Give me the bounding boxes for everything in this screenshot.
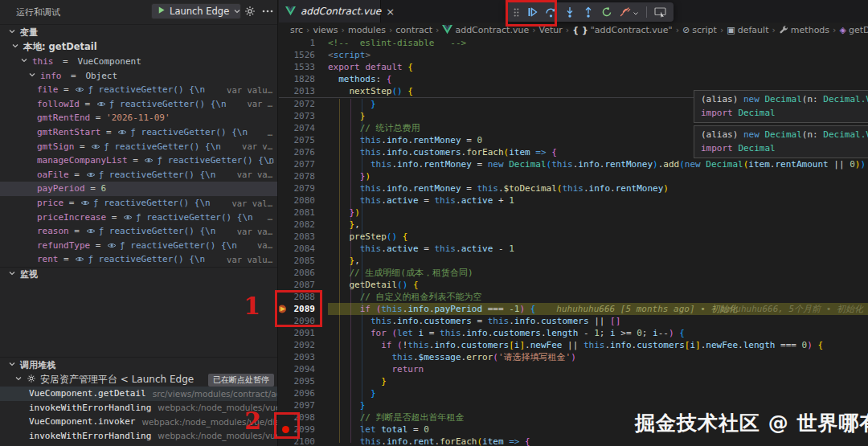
code-line[interactable]: 2089 if (this.info.payPeriod === -1) {hu… (279, 303, 868, 315)
code-line[interactable]: 1<!-- eslint-disable --> (279, 37, 868, 49)
code-line[interactable]: 2084 this.active = this.active - 1 (279, 243, 868, 255)
gutter[interactable]: 2085 (279, 255, 328, 267)
code-line[interactable]: 2094 return (279, 363, 868, 375)
variable-row[interactable]: gmtRentEnd = '2026-11-09' (0, 111, 277, 125)
launch-config-picker[interactable]: Launch Edge (151, 3, 241, 19)
step-out-button[interactable] (583, 6, 594, 18)
watch-section-header[interactable]: 监视 (0, 267, 277, 282)
gutter[interactable]: 2076 (279, 146, 328, 158)
variable-row[interactable]: priceIncrease = ƒ reactiveGetter() {\n… (0, 210, 277, 224)
gutter[interactable]: 2092 (279, 339, 328, 351)
variable-row[interactable]: oaFile = ƒ reactiveGetter() {\nvar va… (0, 168, 277, 182)
code-text[interactable]: // 生成明细(成本，租赁合同) (328, 267, 868, 279)
eye-icon[interactable] (123, 214, 133, 221)
gutter[interactable]: 2083 (279, 231, 328, 243)
code-text[interactable]: methods: { (328, 73, 868, 85)
tab-addcontract[interactable]: addContract.vue × (279, 0, 381, 23)
code-line[interactable]: 2080 this.active = this.active + 1 (279, 194, 868, 207)
code-text[interactable]: }) (328, 207, 868, 219)
eye-icon[interactable] (86, 227, 96, 235)
breadcrumb-item[interactable]: methods (779, 25, 829, 35)
disconnect-button[interactable] (620, 5, 639, 20)
code-text[interactable]: this.active = this.active + 1 (328, 194, 868, 207)
code-text[interactable]: this.info.rentMoney = new Decimal(this.i… (328, 158, 868, 170)
code-line[interactable]: 2083 preStep() { (279, 231, 868, 243)
gutter[interactable]: 2097 (279, 399, 328, 411)
code-line[interactable]: 2081 }) (279, 207, 868, 219)
breadcrumb-item[interactable]: src (290, 25, 303, 35)
callstack-frame[interactable]: VueComponent.invokerwebpack:/node_module… (0, 415, 277, 429)
code-text[interactable]: }, (328, 219, 868, 231)
callstack-section-header[interactable]: 调用堆栈 (0, 357, 277, 372)
debug-session-row[interactable]: 安居资产管理平台 < Launch Edge 已在断点处暂停 (0, 372, 277, 387)
code-line[interactable]: 2093 this.$message.error('请选择填写租金') (279, 351, 868, 363)
breadcrumb-item[interactable]: ▣default (727, 25, 768, 35)
gutter[interactable]: 2086 (279, 267, 328, 279)
code-line[interactable]: 2086 // 生成明细(成本，租赁合同) (279, 267, 868, 279)
gutter[interactable]: 2075 (279, 134, 328, 146)
breadcrumb-item[interactable]: ◈getDetail (839, 25, 868, 35)
gutter[interactable]: 2096 (279, 387, 328, 399)
code-line[interactable]: 1533export default { (279, 61, 868, 73)
code-text[interactable]: for (let i = this.info.customers.length … (328, 327, 868, 339)
code-line[interactable]: 2088 // 自定义的租金列表不能为空 (279, 291, 868, 303)
code-text[interactable]: }, (328, 255, 868, 267)
gutter[interactable]: 2077 (279, 158, 328, 170)
more-actions-icon[interactable] (262, 10, 273, 13)
gutter[interactable]: 2074 (279, 122, 328, 134)
breadcrumb-item[interactable]: ⊘script (682, 25, 717, 35)
gutter[interactable]: 2078 (279, 170, 328, 182)
breadcrumb-item[interactable]: contract (395, 25, 432, 35)
gutter[interactable]: 2091 (279, 327, 328, 339)
eye-icon[interactable] (91, 143, 100, 150)
variable-row[interactable]: rent = ƒ reactiveGetter() {\nvar valu… (0, 252, 277, 267)
code-text[interactable]: this.info.customers = this.info.customer… (328, 315, 868, 327)
restart-button[interactable] (601, 6, 612, 18)
eye-icon[interactable] (144, 157, 154, 164)
code-text[interactable]: this.$message.error('请选择填写租金') (328, 351, 868, 363)
step-into-button[interactable] (564, 6, 575, 18)
gutter[interactable]: 2013 (279, 85, 328, 97)
gutter[interactable]: 1 (279, 37, 328, 49)
code-text[interactable]: return (328, 363, 868, 375)
variable-row[interactable]: manageCompanyList = ƒ reactiveGetter() {… (0, 153, 277, 168)
code-line[interactable]: 2095 } (279, 375, 868, 387)
gutter[interactable]: 2080 (279, 194, 328, 207)
variable-row[interactable]: reason = ƒ reactiveGetter() {\nvar va… (0, 224, 277, 239)
gutter[interactable]: 2084 (279, 243, 328, 255)
callstack-frame[interactable]: invokeWithErrorHandlingwebpack:/node_mod… (0, 401, 277, 415)
eye-icon[interactable] (86, 171, 96, 178)
code-line[interactable]: 1828 methods: { (279, 73, 868, 85)
variable-row[interactable]: payPeriod = 6 (0, 182, 277, 196)
code-text[interactable]: this.info.rent.forEach(item => { (328, 436, 868, 446)
breadcrumb-item[interactable]: views (313, 25, 338, 35)
code-text[interactable]: <script> (328, 49, 868, 61)
gutter[interactable]: 2094 (279, 363, 328, 375)
callstack-frame[interactable]: VueComponent.getDetailsrc/views/modules/… (0, 387, 277, 401)
close-icon[interactable]: × (386, 6, 395, 17)
callstack-frame[interactable]: Vue.$emitwebpack:/node_modules/vue/dist/… (0, 443, 277, 446)
gutter[interactable]: 2081 (279, 207, 328, 219)
code-text[interactable]: preStep() { (328, 231, 868, 243)
gutter[interactable]: 2095 (279, 375, 328, 387)
variable-row[interactable]: refundType = ƒ reactiveGetter() {\nva… (0, 239, 277, 253)
callstack-frame[interactable]: invokeWithErrorHandlingwebpack:/node_mod… (0, 429, 277, 444)
code-text[interactable]: export default { (328, 61, 868, 73)
code-line[interactable]: 1526<script> (279, 49, 868, 61)
start-debug-icon[interactable] (157, 6, 166, 17)
eye-icon[interactable] (80, 199, 90, 207)
eye-icon[interactable] (75, 86, 84, 93)
code-text[interactable]: <!-- eslint-disable --> (328, 37, 868, 49)
breadcrumb-item[interactable]: { }"addContract.vue" (572, 25, 672, 35)
gear-icon[interactable] (244, 6, 256, 17)
gutter[interactable]: 1533 (279, 61, 328, 73)
code-text[interactable]: if (this.info.payPeriod === -1) {huhuhuh… (328, 303, 868, 315)
code-text[interactable]: if (!this.info.customers[i].newFee || th… (328, 339, 868, 351)
variable-row[interactable]: gmtRentStart = ƒ reactiveGetter() {\n… (0, 125, 277, 140)
code-text[interactable]: getDetail() { (328, 279, 868, 291)
variable-row[interactable]: file = ƒ reactiveGetter() {\nvar valu… (0, 83, 277, 97)
code-line[interactable]: 2078 }) (279, 170, 868, 182)
gutter[interactable]: 2093 (279, 351, 328, 363)
gutter[interactable]: 1828 (279, 73, 328, 85)
tree-row-this[interactable]: this = VueComponent (0, 54, 277, 68)
